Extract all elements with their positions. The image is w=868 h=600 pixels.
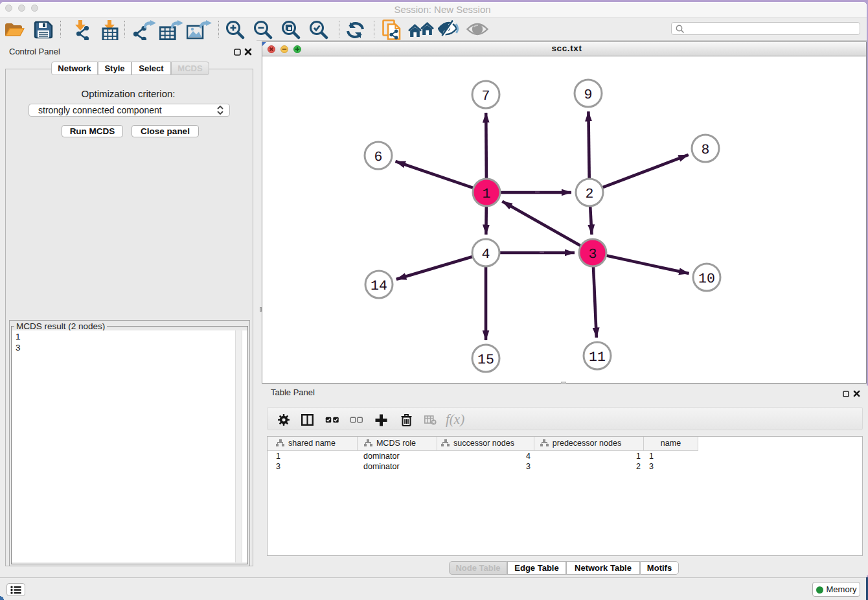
svg-text:14: 14 [371,279,387,294]
svg-text:7: 7 [482,89,490,104]
svg-text:2: 2 [586,187,594,202]
svg-text:10: 10 [698,271,715,287]
svg-text:4: 4 [482,247,490,262]
svg-text:6: 6 [374,150,383,165]
svg-text:15: 15 [477,352,494,368]
svg-text:11: 11 [589,350,606,365]
svg-text:9: 9 [584,87,593,103]
svg-text:8: 8 [702,143,710,158]
svg-text:1: 1 [483,187,491,202]
svg-text:3: 3 [589,247,597,262]
